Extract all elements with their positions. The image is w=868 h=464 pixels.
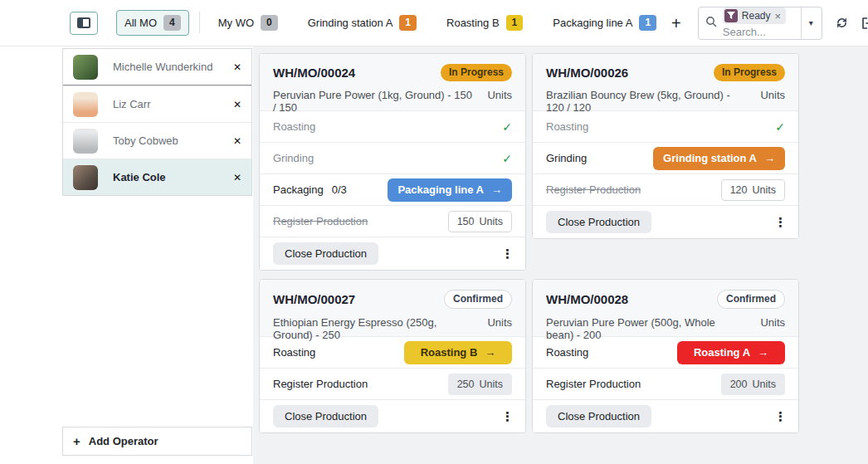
refresh-button[interactable] [836,17,848,29]
operation-name: Roasting [273,120,315,133]
arrow-icon: → [485,346,495,359]
remove-operator-icon[interactable]: ✕ [233,135,241,147]
uom-label: Units [760,89,785,114]
remove-operator-icon[interactable]: ✕ [233,61,241,73]
status-badge: In Progress [441,64,512,81]
content: Michelle Wunderkind ✕ Liz Carr ✕ Toby Co… [0,46,868,464]
operation-name: Roasting [546,346,588,359]
refresh-icon [836,17,848,29]
product-line: Peruvian Pure Power (500g, Whole bean) -… [546,316,745,341]
register-production-row[interactable]: Register Production 120 Units [533,173,798,205]
operator-row[interactable]: Toby Cobweb ✕ [63,122,251,159]
register-production-row[interactable]: Register Production 250 Units [260,368,525,399]
search-dropdown-caret[interactable]: ▾ [801,7,821,39]
arrow-icon: → [491,183,502,196]
close-production-button[interactable]: Close Production [273,242,378,265]
sidebar-toggle-button[interactable] [70,12,98,35]
operation-name: Grinding [273,152,314,164]
tab-count-badge: 4 [163,15,181,30]
operator-row[interactable]: Michelle Wunderkind ✕ [63,49,251,85]
workcenter-tab[interactable]: Roasting B 1 [438,10,531,35]
mo-card-footer: Close Production ⋮ [533,205,798,238]
close-production-button[interactable]: Close Production [546,405,651,427]
kebab-menu-icon[interactable]: ⋮ [501,410,514,422]
status-badge: Confirmed [717,290,785,309]
kebab-menu-icon[interactable]: ⋮ [774,216,787,228]
remove-filter-icon[interactable]: × [774,11,781,22]
operator-row[interactable]: Katie Cole ✕ [63,159,251,195]
topbar-actions: Close [836,17,868,29]
check-icon: ✓ [502,152,512,165]
register-qty-button[interactable]: 200 Units [721,374,785,395]
workcenter-tab[interactable]: Grinding station A 1 [300,10,425,35]
uom-label: Units [760,316,785,341]
product-line: Brazilian Bouncy Brew (5kg, Ground) - 12… [546,89,745,114]
register-qty-button[interactable]: 250 Units [448,374,512,395]
tab-count-badge: 1 [399,15,417,30]
workcenter-button-label: Packaging line A [397,183,484,196]
close-production-button[interactable]: Close Production [546,211,651,233]
mo-card-footer: Close Production ⋮ [260,399,525,432]
workcenter-button[interactable]: Packaging line A → [388,178,512,202]
mo-card-footer: Close Production ⋮ [260,237,525,270]
search-box[interactable]: Ready × ▾ [698,7,822,40]
workcenter-button-label: Roasting B [421,346,478,359]
qty-uom: Units [480,379,503,390]
qty-uom: Units [753,379,776,390]
topbar: All MO 4 My WO 0 Grinding station A 1 Ro… [0,0,868,46]
qty-value: 150 [457,216,475,227]
plus-icon: + [73,434,80,448]
product-line: Ethiopian Energy Espresso (250g, Ground)… [273,316,472,341]
check-icon: ✓ [775,120,785,134]
operator-avatar [73,92,98,117]
mo-reference: WH/MO/00024 [273,66,355,80]
tab-count-badge: 1 [506,15,524,30]
register-qty-button[interactable]: 120 Units [721,179,785,201]
mo-card: WH/MO/00024 In Progress Peruvian Pure Po… [259,53,526,271]
workcenter-button[interactable]: Roasting A → [677,341,785,364]
operation-row[interactable]: Grinding Grinding station A → [533,142,798,173]
operator-row[interactable]: Liz Carr ✕ [63,85,251,122]
register-production-row[interactable]: Register Production 200 Units [533,368,798,399]
operator-name: Katie Cole [113,171,166,183]
register-production-label: Register Production [273,215,368,227]
operator-name: Liz Carr [113,98,151,110]
mo-card-header: WH/MO/00026 In Progress Brazilian Bouncy… [533,54,798,110]
mo-card: WH/MO/00027 Confirmed Ethiopian Energy E… [259,279,526,433]
operation-row[interactable]: Packaging 0/3 Packaging line A → [260,173,525,205]
filter-funnel-icon [724,9,738,22]
uom-label: Units [487,89,512,114]
sign-out-icon [861,17,868,29]
kebab-menu-icon[interactable]: ⋮ [501,247,514,260]
mo-reference: WH/MO/00026 [546,66,628,80]
kebab-menu-icon[interactable]: ⋮ [774,410,787,422]
operation-name: Packaging [273,183,324,196]
operator-avatar [73,129,98,154]
operation-row[interactable]: Roasting ✓ [533,110,798,142]
add-operator-label: Add Operator [89,435,158,447]
register-production-row[interactable]: Register Production 150 Units [260,205,525,237]
workcenter-tab[interactable]: My WO 0 [210,10,286,35]
workcenter-button-label: Grinding station A [663,152,757,164]
remove-operator-icon[interactable]: ✕ [233,172,241,183]
tab-label: Grinding station A [308,17,393,29]
operation-row[interactable]: Grinding ✓ [260,142,525,173]
close-session-button[interactable]: Close [861,17,868,29]
register-qty-button[interactable]: 150 Units [448,211,512,232]
tab-label: Roasting B [446,17,500,29]
workcenter-button[interactable]: Grinding station A → [653,147,785,170]
workcenter-button[interactable]: Roasting B → [404,341,512,364]
operator-avatar [73,165,98,190]
operation-row[interactable]: Roasting ✓ [260,110,525,142]
close-production-button[interactable]: Close Production [273,405,378,427]
qty-uom: Units [753,184,776,196]
mo-cards-grid: WH/MO/00024 In Progress Peruvian Pure Po… [259,53,868,433]
workcenter-tab[interactable]: Packaging line A 1 [544,10,665,35]
qty-value: 250 [457,379,475,390]
add-operator-button[interactable]: + Add Operator [62,427,252,456]
search-input[interactable] [723,26,794,38]
workcenter-tab[interactable]: All MO 4 [116,10,189,35]
filter-facet: Ready × [723,7,786,24]
add-workcenter-button[interactable]: + [671,15,681,32]
remove-operator-icon[interactable]: ✕ [233,99,241,110]
